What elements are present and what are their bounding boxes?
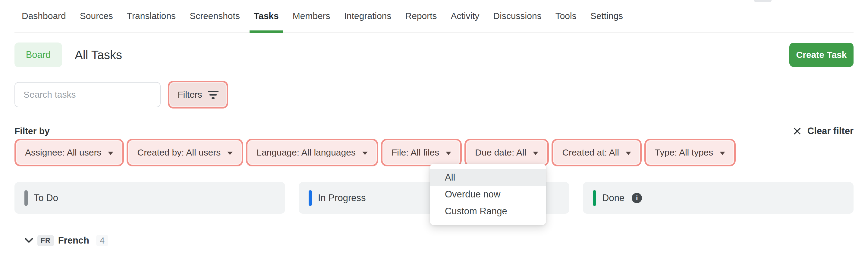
- clear-filter-button[interactable]: Clear filter: [792, 126, 854, 136]
- column-todo: To Do: [14, 182, 285, 214]
- chevron-down-icon: [533, 152, 538, 155]
- project-nav: Dashboard Sources Translations Screensho…: [14, 0, 854, 33]
- chip-label: Due date: All: [475, 148, 526, 158]
- nav-tab-integrations[interactable]: Integrations: [344, 0, 392, 32]
- todo-status-bar: [24, 190, 28, 206]
- clear-filter-label: Clear filter: [807, 126, 854, 136]
- chevron-down-icon: [362, 152, 368, 155]
- filters-button-label: Filters: [178, 90, 202, 100]
- filter-chip-language[interactable]: Language: All languages: [246, 139, 378, 166]
- chip-label: File: All files: [392, 148, 439, 158]
- filter-chips-row: Assignee: All users Created by: All user…: [14, 139, 854, 166]
- search-toolbar: Filters: [14, 81, 854, 108]
- due-date-option-overdue-now[interactable]: Overdue now: [430, 186, 546, 203]
- chip-label: Type: All types: [655, 148, 713, 158]
- info-icon[interactable]: i: [632, 193, 642, 203]
- nav-tab-dashboard[interactable]: Dashboard: [22, 0, 66, 32]
- filter-chip-created-at[interactable]: Created at: All: [552, 139, 641, 166]
- chevron-down-icon: [227, 152, 233, 155]
- search-input[interactable]: [14, 82, 161, 107]
- due-date-dropdown-menu: All Overdue now Custom Range: [430, 164, 546, 225]
- due-date-option-all[interactable]: All: [430, 169, 546, 186]
- nav-tab-discussions[interactable]: Discussions: [493, 0, 541, 32]
- chip-label: Language: All languages: [256, 148, 355, 158]
- filter-bar-header: Filter by Clear filter: [14, 126, 854, 136]
- filter-chip-due-date[interactable]: Due date: All: [464, 139, 549, 166]
- column-done: Done i: [583, 182, 854, 214]
- nav-tab-settings[interactable]: Settings: [590, 0, 623, 32]
- filter-chip-type[interactable]: Type: All types: [644, 139, 736, 166]
- nav-tab-reports[interactable]: Reports: [405, 0, 437, 32]
- page-title: All Tasks: [75, 48, 122, 62]
- chevron-down-icon: [108, 152, 113, 155]
- filter-chip-file[interactable]: File: All files: [381, 139, 462, 166]
- nav-tab-sources[interactable]: Sources: [80, 0, 113, 32]
- chip-label: Assignee: All users: [25, 148, 101, 158]
- filter-lines-icon: [208, 91, 218, 99]
- chevron-down-icon: [626, 152, 631, 155]
- chevron-down-icon[interactable]: [24, 237, 33, 244]
- language-code-badge: FR: [37, 235, 54, 246]
- language-name: French: [58, 235, 89, 246]
- task-count-badge: 4: [96, 235, 108, 246]
- nav-tab-tools[interactable]: Tools: [555, 0, 577, 32]
- nav-tab-translations[interactable]: Translations: [127, 0, 176, 32]
- column-todo-label: To Do: [34, 193, 58, 203]
- page-header: Board All Tasks Create Task: [14, 42, 854, 67]
- done-status-bar: [593, 190, 596, 206]
- nav-tab-tasks[interactable]: Tasks: [254, 0, 279, 32]
- chevron-down-icon: [720, 152, 725, 155]
- in-progress-status-bar: [309, 190, 312, 206]
- chevron-down-icon: [446, 152, 451, 155]
- due-date-option-custom-range[interactable]: Custom Range: [430, 203, 546, 220]
- filter-chip-created-by[interactable]: Created by: All users: [127, 139, 243, 166]
- top-edge-artifact: [754, 0, 772, 2]
- nav-tab-activity[interactable]: Activity: [451, 0, 479, 32]
- column-done-label: Done: [602, 193, 624, 203]
- chip-label: Created at: All: [562, 148, 619, 158]
- nav-tab-members[interactable]: Members: [293, 0, 330, 32]
- board-view-toggle[interactable]: Board: [14, 42, 62, 67]
- nav-tab-screenshots[interactable]: Screenshots: [190, 0, 240, 32]
- column-in-progress-label: In Progress: [318, 193, 366, 203]
- create-task-button[interactable]: Create Task: [789, 43, 854, 67]
- chip-label: Created by: All users: [137, 148, 221, 158]
- tasks-page: Dashboard Sources Translations Screensho…: [0, 0, 868, 255]
- filter-by-label: Filter by: [14, 126, 50, 136]
- language-group-french[interactable]: FR French 4: [14, 235, 854, 246]
- close-icon: [792, 126, 802, 136]
- filters-button[interactable]: Filters: [168, 81, 228, 108]
- filter-chip-assignee[interactable]: Assignee: All users: [14, 139, 124, 166]
